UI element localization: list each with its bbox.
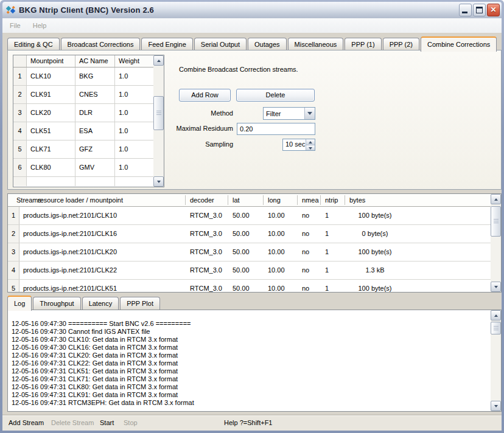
col-ac-name: AC Name bbox=[75, 55, 115, 67]
stream-row[interactable]: 5 products.igs-ip.net:2101/CLK51 RTCM_3.… bbox=[8, 280, 501, 293]
tab-ppp-2[interactable]: PPP (2) bbox=[383, 38, 419, 50]
scroll-grip-icon bbox=[494, 326, 499, 331]
table-row[interactable]: 4 CLK51 ESA 1.0 bbox=[13, 122, 164, 140]
help-shortcut-label: Help ?=Shift+F1 bbox=[224, 419, 273, 426]
spin-up-icon bbox=[309, 141, 312, 144]
tab-serial-output[interactable]: Serial Output bbox=[194, 38, 247, 50]
scroll-up-button[interactable] bbox=[153, 55, 164, 66]
start-action[interactable]: Start bbox=[100, 419, 114, 426]
table-row[interactable]: 5 CLK71 GFZ 1.0 bbox=[13, 140, 164, 159]
stream-row[interactable]: 2 products.igs-ip.net:2101/CLK16 RTCM_3.… bbox=[8, 225, 501, 243]
log-line: 12-05-16 09:47:31 CLK22: Get data in RTC… bbox=[12, 359, 488, 367]
client-area: Editing & QC Broadcast Corrections Feed … bbox=[2, 33, 502, 431]
main-tab-bar: Editing & QC Broadcast Corrections Feed … bbox=[7, 36, 498, 50]
stream-row[interactable]: 3 products.igs-ip.net:2101/CLK20 RTCM_3.… bbox=[8, 243, 501, 262]
table-row[interactable]: 2 CLK91 CNES 1.0 bbox=[13, 86, 164, 104]
scroll-up-icon bbox=[157, 60, 161, 62]
stream-source: products.igs-ip.net:2101/CLK10 bbox=[23, 207, 117, 224]
scroll-up-icon bbox=[494, 198, 498, 201]
combine-corrections-panel: Mountpoint AC Name Weight 1 CLK10 BKG 1.… bbox=[7, 50, 502, 190]
scroll-up-button[interactable] bbox=[491, 310, 501, 320]
tab-combine-corrections[interactable]: Combine Corrections bbox=[421, 36, 497, 52]
log-line: 12-05-16 09:47:30 CLK10: Get data in RTC… bbox=[12, 336, 488, 344]
table-row[interactable]: 3 CLK20 DLR 1.0 bbox=[13, 104, 164, 122]
col-mountpoint: Mountpoint bbox=[27, 55, 75, 67]
scroll-down-button[interactable] bbox=[491, 401, 501, 411]
scroll-down-button[interactable] bbox=[491, 282, 501, 292]
log-line: 12-05-16 09:47:31 RTCM3EPH: Get data in … bbox=[12, 399, 488, 407]
stop-action: Stop bbox=[124, 419, 138, 426]
tab-log[interactable]: Log bbox=[7, 296, 32, 311]
stream-source: products.igs-ip.net:2101/CLK22 bbox=[23, 262, 117, 279]
stream-source: products.igs-ip.net:2101/CLK20 bbox=[23, 243, 117, 261]
log-output[interactable]: 12-05-16 09:47:30 ========== Start BNC v… bbox=[7, 310, 502, 412]
method-dropdown[interactable]: Filter bbox=[263, 107, 315, 120]
spin-down-button[interactable] bbox=[306, 145, 315, 151]
stream-row[interactable]: 4 products.igs-ip.net:2101/CLK22 RTCM_3.… bbox=[8, 262, 501, 280]
col-nmea: nmea bbox=[302, 194, 319, 206]
streams-table-header: Streams: resource loader / mountpoint de… bbox=[8, 194, 501, 207]
window-title: BKG Ntrip Client (BNC) Version 2.6 bbox=[19, 5, 154, 15]
scroll-down-icon bbox=[494, 405, 498, 407]
log-line: 12-05-16 09:47:31 CLK51: Get data in RTC… bbox=[12, 367, 488, 375]
spin-up-button[interactable] bbox=[306, 139, 315, 145]
title-bar: BKG Ntrip Client (BNC) Version 2.6 ✕ bbox=[2, 2, 502, 18]
menu-file[interactable]: File bbox=[5, 22, 26, 29]
add-row-button[interactable]: Add Row bbox=[179, 89, 231, 102]
add-stream-action[interactable]: Add Stream bbox=[9, 419, 44, 426]
delete-stream-action: Delete Stream bbox=[51, 419, 94, 426]
dropdown-button[interactable] bbox=[304, 108, 315, 119]
bnc-window: BKG Ntrip Client (BNC) Version 2.6 ✕ Fil… bbox=[0, 0, 504, 433]
tab-latency[interactable]: Latency bbox=[82, 297, 119, 310]
table-row[interactable]: 6 CLK80 GMV 1.0 bbox=[13, 159, 164, 177]
tab-outages[interactable]: Outages bbox=[248, 38, 287, 50]
log-line: 12-05-16 09:47:31 CLK91: Get data in RTC… bbox=[12, 391, 488, 399]
tab-feed-engine[interactable]: Feed Engine bbox=[141, 38, 192, 50]
spin-down-icon bbox=[309, 147, 312, 150]
table-empty-row bbox=[13, 177, 164, 186]
method-label: Method bbox=[160, 107, 233, 120]
col-bytes: bytes bbox=[349, 194, 365, 206]
combination-table[interactable]: Mountpoint AC Name Weight 1 CLK10 BKG 1.… bbox=[13, 55, 164, 187]
menu-bar: File Help bbox=[2, 18, 502, 33]
log-scrollbar[interactable] bbox=[491, 310, 501, 411]
chevron-down-icon bbox=[307, 112, 312, 115]
scroll-up-icon bbox=[494, 314, 498, 317]
log-line: 12-05-16 09:47:31 CLK80: Get data in RTC… bbox=[12, 383, 488, 391]
close-icon: ✕ bbox=[488, 5, 499, 14]
stream-row[interactable]: 1 products.igs-ip.net:2101/CLK10 RTCM_3.… bbox=[8, 207, 501, 225]
log-line: 12-05-16 09:47:30 ========== Start BNC v… bbox=[12, 320, 488, 328]
streams-scrollbar[interactable] bbox=[491, 194, 501, 292]
col-decoder: decoder bbox=[190, 194, 214, 206]
col-long: long bbox=[268, 194, 281, 206]
delete-button[interactable]: Delete bbox=[236, 89, 315, 102]
minimize-button[interactable] bbox=[459, 4, 472, 16]
table-row[interactable]: 1 CLK10 BKG 1.0 bbox=[13, 68, 164, 86]
minimize-icon bbox=[462, 12, 467, 13]
tab-throughput[interactable]: Throughput bbox=[33, 297, 80, 310]
close-button[interactable]: ✕ bbox=[487, 4, 500, 16]
maximize-button[interactable] bbox=[473, 4, 486, 16]
tab-miscellaneous[interactable]: Miscellaneous bbox=[288, 38, 344, 50]
scroll-down-button[interactable] bbox=[153, 176, 164, 187]
log-line: 12-05-16 09:47:30 Cannot find IGS ANTEX … bbox=[12, 328, 488, 336]
tab-editing-qc[interactable]: Editing & QC bbox=[7, 38, 60, 50]
tab-ppp-plot[interactable]: PPP Plot bbox=[120, 297, 160, 310]
combination-table-scrollbar[interactable] bbox=[153, 55, 164, 187]
menu-help[interactable]: Help bbox=[28, 22, 52, 29]
scroll-grip-icon bbox=[494, 219, 499, 224]
panel-description: Combine Broadcast Correction streams. bbox=[179, 66, 298, 73]
scrollbar-thumb[interactable] bbox=[491, 206, 501, 237]
log-lines: 12-05-16 09:47:30 ========== Start BNC v… bbox=[12, 320, 488, 407]
col-weight: Weight bbox=[115, 55, 154, 67]
streams-table[interactable]: Streams: resource loader / mountpoint de… bbox=[7, 193, 502, 293]
sampling-spinner[interactable]: 10 sec bbox=[282, 139, 315, 151]
scrollbar-thumb[interactable] bbox=[491, 322, 501, 334]
tab-broadcast-corrections[interactable]: Broadcast Corrections bbox=[61, 38, 141, 50]
maximal-residuum-input[interactable] bbox=[237, 123, 315, 135]
col-ntrip: ntrip bbox=[325, 194, 338, 206]
scroll-up-button[interactable] bbox=[491, 194, 501, 204]
stream-source: products.igs-ip.net:2101/CLK16 bbox=[23, 225, 117, 243]
maximize-icon bbox=[476, 7, 483, 13]
tab-ppp-1[interactable]: PPP (1) bbox=[345, 38, 381, 50]
